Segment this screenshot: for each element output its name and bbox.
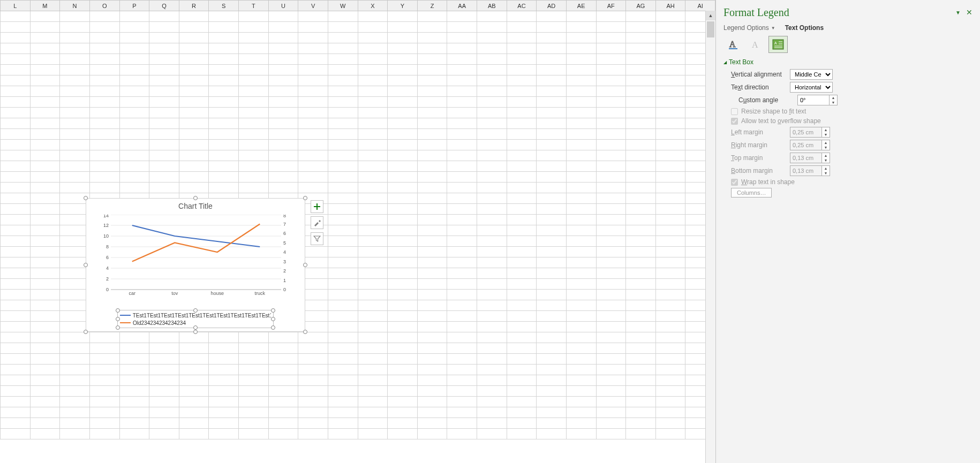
cell[interactable] — [626, 268, 656, 279]
cell[interactable] — [596, 172, 626, 183]
cell[interactable] — [655, 86, 685, 97]
cell[interactable] — [388, 279, 418, 290]
cell[interactable] — [358, 386, 388, 397]
cell[interactable] — [507, 311, 537, 322]
cell[interactable] — [60, 418, 90, 429]
cell[interactable] — [537, 236, 567, 247]
cell[interactable] — [358, 65, 388, 75]
cell[interactable] — [298, 386, 328, 397]
cell[interactable] — [60, 161, 90, 172]
cell[interactable] — [60, 354, 90, 365]
cell[interactable] — [596, 397, 626, 407]
cell[interactable] — [209, 97, 239, 108]
cell[interactable] — [298, 407, 328, 418]
text-direction-select[interactable]: Horizontal — [790, 82, 833, 93]
cell[interactable] — [239, 343, 269, 354]
cell[interactable] — [447, 332, 477, 343]
cell[interactable] — [596, 257, 626, 268]
cell[interactable] — [268, 418, 298, 429]
cell[interactable] — [596, 429, 626, 439]
cell[interactable] — [179, 65, 209, 75]
cell[interactable] — [179, 407, 209, 418]
cell[interactable] — [1, 343, 31, 354]
cell[interactable] — [447, 108, 477, 118]
cell[interactable] — [1, 129, 31, 140]
cell[interactable] — [1, 172, 31, 183]
cell[interactable] — [358, 311, 388, 322]
cell[interactable] — [30, 54, 60, 65]
cell[interactable] — [537, 279, 567, 290]
cell[interactable] — [655, 268, 685, 279]
cell[interactable] — [298, 343, 328, 354]
cell[interactable] — [149, 365, 179, 375]
tab-text-options[interactable]: Text Options — [785, 24, 824, 32]
cell[interactable] — [209, 43, 239, 54]
cell[interactable] — [655, 172, 685, 183]
cell[interactable] — [358, 365, 388, 375]
cell[interactable] — [417, 322, 447, 332]
cell[interactable] — [358, 343, 388, 354]
cell[interactable] — [417, 108, 447, 118]
cell[interactable] — [239, 161, 269, 172]
cell[interactable] — [626, 397, 656, 407]
cell[interactable] — [179, 354, 209, 365]
cell[interactable] — [417, 429, 447, 439]
cell[interactable] — [298, 161, 328, 172]
cell[interactable] — [1, 279, 31, 290]
cell[interactable] — [388, 407, 418, 418]
cell[interactable] — [1, 332, 31, 343]
cell[interactable] — [30, 172, 60, 183]
cell[interactable] — [119, 22, 149, 33]
cell[interactable] — [328, 418, 358, 429]
cell[interactable] — [388, 247, 418, 257]
cell[interactable] — [417, 300, 447, 311]
cell[interactable] — [268, 386, 298, 397]
cell[interactable] — [447, 204, 477, 215]
cell[interactable] — [655, 108, 685, 118]
cell[interactable] — [328, 236, 358, 247]
cell[interactable] — [477, 22, 507, 33]
cell[interactable] — [655, 290, 685, 300]
cell[interactable] — [388, 193, 418, 204]
cell[interactable] — [328, 300, 358, 311]
cell[interactable] — [298, 43, 328, 54]
cell[interactable] — [30, 118, 60, 129]
cell[interactable] — [447, 97, 477, 108]
cell[interactable] — [507, 300, 537, 311]
cell[interactable] — [298, 22, 328, 33]
cell[interactable] — [537, 290, 567, 300]
cell[interactable] — [179, 118, 209, 129]
cell[interactable] — [89, 22, 119, 33]
cell[interactable] — [30, 225, 60, 236]
cell[interactable] — [268, 397, 298, 407]
column-header[interactable]: R — [179, 1, 209, 11]
cell[interactable] — [626, 129, 656, 140]
cell[interactable] — [328, 97, 358, 108]
cell[interactable] — [477, 65, 507, 75]
cell[interactable] — [209, 75, 239, 86]
cell[interactable] — [447, 183, 477, 193]
cell[interactable] — [596, 54, 626, 65]
cell[interactable] — [566, 118, 596, 129]
cell[interactable] — [268, 365, 298, 375]
column-header[interactable]: AA — [447, 1, 477, 11]
cell[interactable] — [358, 225, 388, 236]
cell[interactable] — [328, 386, 358, 397]
cell[interactable] — [209, 397, 239, 407]
cell[interactable] — [447, 354, 477, 365]
cell[interactable] — [507, 397, 537, 407]
cell[interactable] — [30, 140, 60, 150]
cell[interactable] — [328, 354, 358, 365]
cell[interactable] — [239, 397, 269, 407]
cell[interactable] — [30, 257, 60, 268]
cell[interactable] — [566, 397, 596, 407]
cell[interactable] — [1, 54, 31, 65]
cell[interactable] — [417, 43, 447, 54]
cell[interactable] — [417, 343, 447, 354]
cell[interactable] — [298, 97, 328, 108]
cell[interactable] — [60, 386, 90, 397]
cell[interactable] — [328, 33, 358, 43]
cell[interactable] — [417, 247, 447, 257]
cell[interactable] — [179, 343, 209, 354]
cell[interactable] — [596, 183, 626, 193]
